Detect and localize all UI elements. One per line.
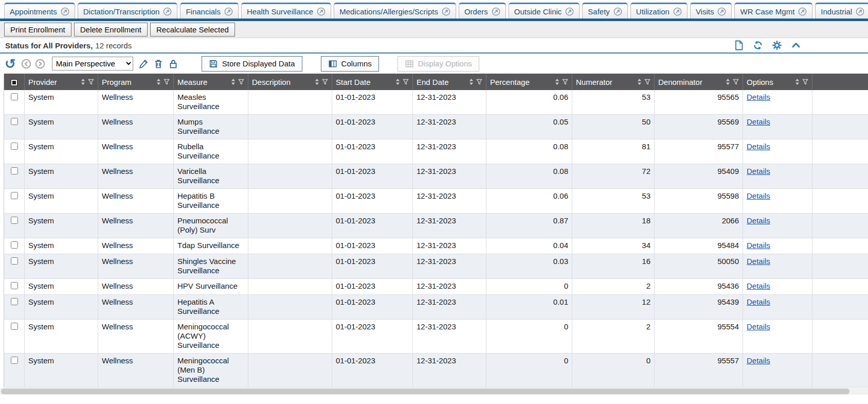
filter-icon[interactable]	[88, 79, 94, 85]
print-enrollment-button[interactable]: Print Enrollment	[4, 23, 71, 37]
details-link[interactable]: Details	[747, 257, 770, 266]
column-header-provider[interactable]: Provider	[25, 74, 98, 90]
collapse-chevron-icon[interactable]	[791, 40, 801, 50]
recalculate-selected-button[interactable]: Recalculate Selected	[150, 23, 235, 37]
tab-appointments[interactable]: Appointments	[4, 3, 75, 19]
filter-icon[interactable]	[644, 79, 650, 85]
sort-icon[interactable]	[315, 78, 319, 85]
column-header-measure[interactable]: Measure	[174, 74, 248, 90]
cell-provider: System	[25, 238, 98, 254]
details-link[interactable]: Details	[747, 356, 770, 365]
column-header-options[interactable]: Options	[743, 74, 812, 90]
refresh-icon[interactable]	[753, 40, 763, 50]
row-select-checkbox[interactable]	[11, 282, 18, 289]
tab-safety[interactable]: Safety	[582, 3, 628, 19]
nav-forward-icon[interactable]	[35, 59, 45, 69]
filter-icon[interactable]	[476, 79, 482, 85]
tab-health-surveillance[interactable]: Health Surveillance	[241, 3, 331, 19]
scrollbar-thumb[interactable]	[1, 389, 849, 394]
column-header-numerator[interactable]: Numerator	[572, 74, 655, 90]
filter-icon[interactable]	[802, 79, 808, 85]
filter-icon[interactable]	[322, 79, 328, 85]
sort-icon[interactable]	[637, 78, 642, 85]
filter-icon[interactable]	[238, 79, 244, 85]
filter-icon[interactable]	[403, 79, 409, 85]
row-select-checkbox[interactable]	[11, 241, 18, 249]
open-tab-window-icon[interactable]	[442, 7, 450, 16]
tab-utilization[interactable]: Utilization	[630, 3, 688, 19]
filter-icon[interactable]	[562, 79, 568, 85]
undo-icon[interactable]: ↺	[5, 57, 16, 71]
horizontal-scrollbar[interactable]	[0, 388, 868, 395]
tab-outside-clinic[interactable]: Outside Clinic	[509, 3, 580, 19]
sort-icon[interactable]	[81, 78, 85, 85]
sort-icon[interactable]	[395, 78, 400, 85]
sort-icon[interactable]	[555, 78, 559, 85]
nav-back-icon[interactable]	[21, 59, 31, 69]
sort-icon[interactable]	[156, 78, 161, 85]
open-tab-window-icon[interactable]	[798, 7, 807, 16]
perspective-select[interactable]: Main Perspective	[52, 57, 133, 71]
tab-financials[interactable]: Financials	[180, 3, 239, 19]
row-select-checkbox[interactable]	[11, 143, 18, 150]
filter-icon[interactable]	[164, 79, 170, 85]
details-link[interactable]: Details	[747, 142, 770, 151]
filter-icon[interactable]	[733, 79, 739, 85]
open-tab-window-icon[interactable]	[163, 7, 172, 16]
details-link[interactable]: Details	[747, 167, 770, 175]
details-link[interactable]: Details	[747, 191, 770, 200]
row-select-checkbox[interactable]	[11, 118, 18, 125]
row-select-checkbox[interactable]	[11, 167, 18, 174]
row-select-checkbox[interactable]	[11, 192, 18, 199]
settings-gear-icon[interactable]	[772, 40, 782, 50]
open-tab-window-icon[interactable]	[224, 7, 233, 16]
details-link[interactable]: Details	[747, 241, 770, 250]
edit-pencil-icon[interactable]	[138, 59, 149, 69]
open-tab-window-icon[interactable]	[673, 7, 682, 16]
open-tab-window-icon[interactable]	[492, 7, 500, 16]
store-displayed-data-button[interactable]: Store Displayed Data	[202, 56, 302, 72]
sort-icon[interactable]	[726, 78, 730, 85]
new-document-icon[interactable]	[734, 40, 744, 50]
details-link[interactable]: Details	[747, 322, 770, 331]
sort-icon[interactable]	[231, 78, 236, 85]
open-tab-window-icon[interactable]	[317, 7, 326, 16]
tab-dictation-transcription[interactable]: Dictation/Transcription	[78, 3, 178, 19]
delete-trash-icon[interactable]	[153, 59, 164, 69]
select-all-header[interactable]	[4, 74, 25, 90]
open-tab-window-icon[interactable]	[856, 7, 864, 16]
column-header-start_date[interactable]: Start Date	[332, 74, 413, 90]
details-link[interactable]: Details	[747, 216, 770, 225]
open-tab-window-icon[interactable]	[61, 7, 69, 16]
row-select-checkbox[interactable]	[11, 323, 18, 330]
sort-icon[interactable]	[469, 78, 474, 85]
tab-wr-case-mgmt[interactable]: WR Case Mgmt	[734, 3, 812, 19]
details-link[interactable]: Details	[747, 93, 770, 101]
column-header-description[interactable]: Description	[248, 74, 332, 90]
details-link[interactable]: Details	[747, 282, 770, 290]
columns-button[interactable]: Columns	[321, 56, 379, 72]
lock-icon[interactable]	[168, 59, 178, 69]
open-tab-window-icon[interactable]	[613, 7, 622, 16]
row-select-checkbox[interactable]	[11, 298, 18, 305]
open-tab-window-icon[interactable]	[565, 7, 574, 16]
delete-enrollment-button[interactable]: Delete Enrollment	[74, 23, 148, 37]
row-select-checkbox[interactable]	[11, 357, 18, 364]
column-header-denominator[interactable]: Denominator	[655, 74, 743, 90]
details-link[interactable]: Details	[747, 297, 770, 306]
column-header-program[interactable]: Program	[98, 74, 174, 90]
open-tab-window-icon[interactable]	[717, 7, 726, 16]
column-header-end_date[interactable]: End Date	[413, 74, 486, 90]
details-link[interactable]: Details	[747, 117, 770, 126]
select-all-checkbox[interactable]	[11, 79, 17, 86]
row-select-checkbox[interactable]	[11, 93, 18, 100]
row-select-checkbox[interactable]	[11, 257, 18, 265]
sort-icon[interactable]	[795, 78, 800, 85]
tab-industrial[interactable]: Industrial	[815, 3, 868, 19]
display-options-button[interactable]: Display Options	[397, 56, 479, 72]
row-select-checkbox[interactable]	[11, 217, 18, 224]
tab-medications-allergies-scripts[interactable]: Medications/Allergies/Scripts	[334, 3, 456, 19]
column-header-percentage[interactable]: Percentage	[486, 74, 572, 90]
tab-orders[interactable]: Orders	[459, 3, 506, 19]
tab-visits[interactable]: Visits	[690, 3, 732, 19]
